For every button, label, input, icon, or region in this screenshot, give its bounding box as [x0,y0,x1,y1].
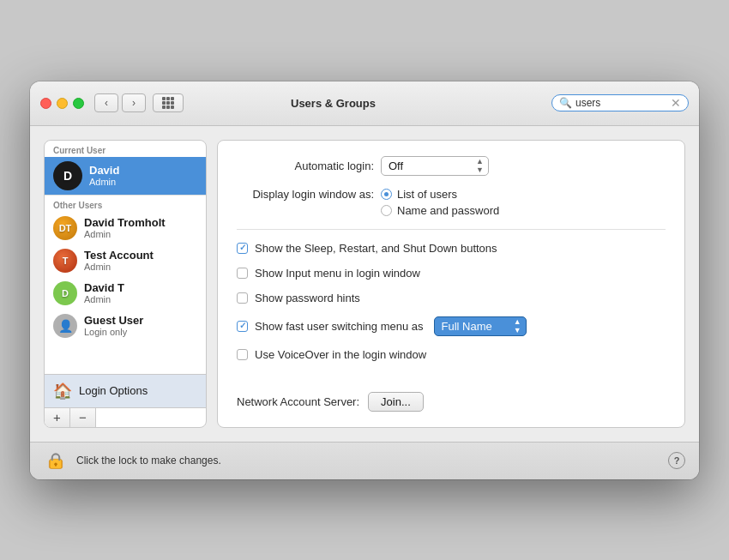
input-menu-row[interactable]: Show Input menu in login window [237,267,666,280]
search-input[interactable] [575,97,667,109]
title-bar: ‹ › Users & Groups 🔍 ✕ [30,81,699,126]
add-user-button[interactable]: + [45,408,70,427]
minimize-button[interactable] [57,98,68,109]
current-user-role: Admin [89,177,119,187]
help-button[interactable]: ? [668,452,685,469]
current-user-avatar: D [53,161,82,190]
network-account-row: Network Account Server: Join... [237,392,666,412]
user-info-guest: Guest User Login only [84,314,143,337]
settings-divider-1 [237,229,666,230]
user-role-david-tromholt: Admin [84,229,166,239]
display-login-label: Display login window as: [237,188,374,201]
other-users-section-label: Other Users [45,196,206,212]
automatic-login-dropdown-wrapper[interactable]: Off David David Tromholt Test Account ▲ … [381,156,489,176]
user-item-test-account[interactable]: T Test Account Admin [45,244,206,277]
current-user-info: David Admin [89,164,119,187]
radio-list-of-users[interactable]: List of users [381,188,499,201]
automatic-login-label: Automatic login: [237,160,374,172]
user-name-david-t: David T [84,281,124,294]
fast-user-row[interactable]: ✓ Show fast user switching menu as Full … [237,316,666,336]
join-button[interactable]: Join... [368,392,424,412]
avatar-david-tromholt: DT [53,216,77,240]
user-role-david-t: Admin [84,294,124,304]
user-name-test-account: Test Account [84,249,154,262]
password-hints-checkbox[interactable] [237,292,248,304]
user-role-guest: Login only [84,327,143,337]
lock-text: Click the lock to make changes. [76,455,660,467]
voiceover-label: Use VoiceOver in the login window [255,348,426,361]
system-preferences-window: ‹ › Users & Groups 🔍 ✕ [30,81,699,479]
voiceover-checkbox[interactable] [237,349,248,360]
input-menu-label: Show Input menu in login window [255,267,420,280]
input-menu-checkbox[interactable] [237,268,248,279]
login-options-item[interactable]: 🏠 Login Options [45,374,206,407]
back-button[interactable]: ‹ [94,93,118,112]
current-user-item[interactable]: D David Admin [45,157,206,195]
automatic-login-row: Automatic login: Off David David Tromhol… [237,156,666,176]
sidebar: Current User D David Admin Other Users D… [44,140,207,428]
user-name-guest: Guest User [84,314,143,327]
search-box[interactable]: 🔍 ✕ [551,94,689,111]
fast-user-checkbox[interactable]: ✓ [237,321,248,332]
user-item-david-tromholt[interactable]: DT David Tromholt Admin [45,212,206,244]
radio-list-of-users-input[interactable] [381,189,392,200]
radio-name-password-label: Name and password [397,204,499,217]
remove-user-button[interactable]: − [70,408,96,427]
sleep-restart-checkbox[interactable]: ✓ [237,243,248,254]
user-info-david-t: David T Admin [84,281,124,304]
display-login-row: Display login window as: List of users N… [237,188,666,217]
user-info-david-tromholt: David Tromholt Admin [84,216,166,239]
avatar-test-account: T [53,249,77,273]
user-info-test-account: Test Account Admin [84,249,154,272]
search-icon: 🔍 [559,97,572,109]
maximize-button[interactable] [73,98,84,109]
display-login-options: List of users Name and password [381,188,499,217]
network-account-label: Network Account Server: [237,395,359,408]
fast-user-label: Show fast user switching menu as [255,320,424,333]
search-clear-icon[interactable]: ✕ [671,97,681,109]
svg-rect-12 [55,464,57,467]
current-user-name: David [89,164,119,177]
password-hints-label: Show password hints [255,292,360,304]
voiceover-row[interactable]: Use VoiceOver in the login window [237,348,666,361]
close-button[interactable] [40,98,51,109]
password-hints-row[interactable]: Show password hints [237,292,666,304]
login-options-icon: 🏠 [53,382,72,400]
fast-user-select[interactable]: Full Name Short Name Icon [434,316,527,336]
user-role-test-account: Admin [84,262,154,272]
automatic-login-select[interactable]: Off David David Tromholt Test Account [381,156,489,176]
radio-name-and-password[interactable]: Name and password [381,204,499,217]
fast-user-dropdown-wrapper[interactable]: Full Name Short Name Icon ▲ ▼ [434,316,527,336]
radio-name-password-input[interactable] [381,205,392,216]
traffic-lights [40,98,84,109]
user-name-david-tromholt: David Tromholt [84,216,166,229]
avatar-guest: 👤 [53,314,77,338]
main-content: Current User D David Admin Other Users D… [30,126,699,442]
lock-icon-wrap[interactable] [44,449,68,473]
sleep-restart-label: Show the Sleep, Restart, and Shut Down b… [255,242,497,255]
settings-panel: Automatic login: Off David David Tromhol… [217,140,685,428]
user-item-guest[interactable]: 👤 Guest User Login only [45,310,206,342]
sleep-restart-row[interactable]: ✓ Show the Sleep, Restart, and Shut Down… [237,242,666,255]
lock-icon [46,451,65,470]
sidebar-controls: + − [45,407,206,427]
bottom-bar: Click the lock to make changes. ? [30,442,699,479]
radio-list-of-users-label: List of users [397,188,457,201]
login-options-label: Login Options [79,384,148,397]
avatar-david-t: D [53,281,77,305]
user-item-david-t[interactable]: D David T Admin [45,277,206,310]
current-user-section-label: Current User [45,141,206,157]
window-title: Users & Groups [122,97,545,110]
